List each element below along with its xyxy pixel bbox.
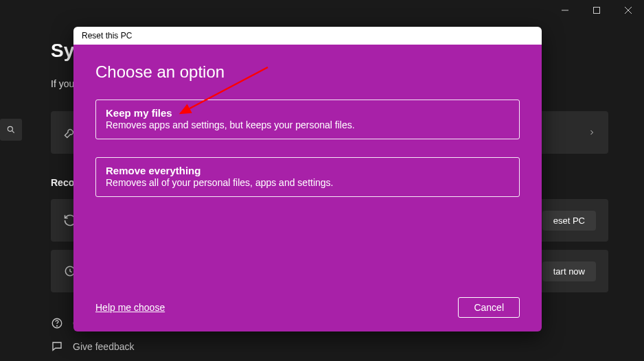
dialog-footer: Help me choose Cancel — [95, 297, 520, 318]
minimize-icon — [562, 7, 568, 14]
option-description: Removes all of your personal files, apps… — [106, 177, 509, 188]
reset-pc-dialog: Reset this PC Choose an option Keep my f… — [73, 27, 542, 331]
help-icon — [51, 317, 63, 329]
search-button[interactable] — [0, 119, 22, 141]
option-title: Keep my files — [106, 107, 509, 119]
option-remove-everything[interactable]: Remove everything Removes all of your pe… — [95, 157, 520, 197]
restart-now-button-fragment[interactable]: tart now — [542, 261, 596, 281]
search-icon — [6, 125, 16, 135]
close-icon — [625, 7, 632, 14]
reset-pc-button-fragment[interactable]: eset PC — [542, 211, 596, 231]
cancel-button[interactable]: Cancel — [458, 297, 520, 318]
svg-point-0 — [8, 126, 12, 131]
maximize-icon — [593, 7, 600, 14]
dialog-heading: Choose an option — [95, 62, 520, 82]
svg-point-4 — [57, 325, 58, 326]
help-me-choose-link[interactable]: Help me choose — [95, 302, 165, 313]
svg-rect-6 — [594, 8, 600, 14]
minimize-button[interactable] — [549, 0, 581, 21]
dialog-body: Choose an option Keep my files Removes a… — [73, 45, 542, 331]
option-keep-my-files[interactable]: Keep my files Removes apps and settings,… — [95, 100, 520, 139]
dialog-titlebar: Reset this PC — [73, 27, 542, 45]
chevron-right-icon — [588, 128, 596, 137]
svg-line-1 — [12, 130, 14, 132]
page-subtext-fragment: If you' — [51, 78, 76, 89]
maximize-button[interactable] — [581, 0, 612, 21]
window-controls — [549, 0, 644, 21]
feedback-icon — [51, 340, 63, 353]
feedback-row[interactable]: Give feedback — [51, 340, 135, 353]
feedback-row-label: Give feedback — [73, 341, 135, 352]
close-button[interactable] — [612, 0, 644, 21]
option-title: Remove everything — [106, 165, 509, 176]
dialog-title-text: Reset this PC — [82, 31, 132, 40]
option-description: Removes apps and settings, but keeps you… — [106, 119, 509, 130]
